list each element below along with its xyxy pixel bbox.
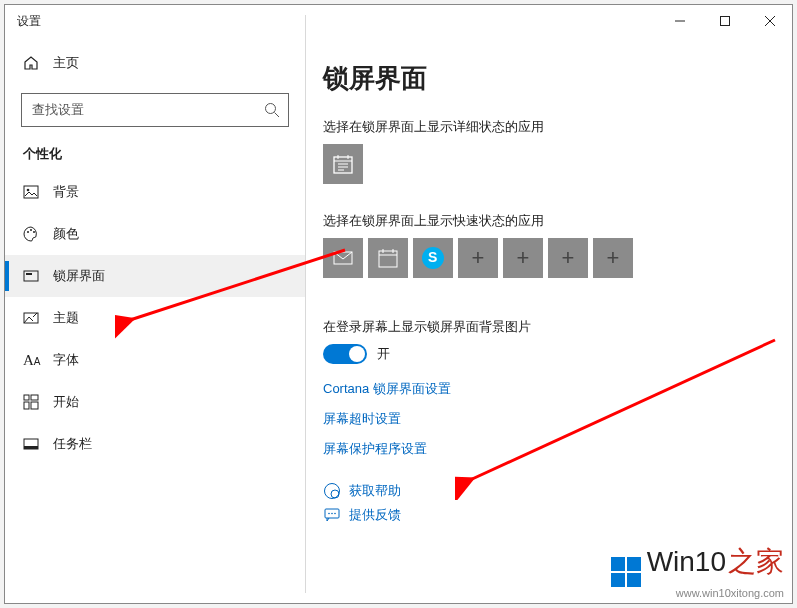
svg-rect-28 <box>379 251 397 267</box>
sidebar-item-fonts[interactable]: AA 字体 <box>5 339 305 381</box>
home-label: 主页 <box>53 54 79 72</box>
feedback-label: 提供反馈 <box>349 506 401 524</box>
content-area: 锁屏界面 选择在锁屏界面上显示详细状态的应用 选择在锁屏界面上显示快速状态的应用 <box>305 37 792 603</box>
plus-icon: + <box>517 245 530 271</box>
sidebar: 主页 查找设置 个性化 背景 颜色 锁屏界面 主题 <box>5 37 305 603</box>
quick-app-add-4[interactable]: + <box>593 238 633 278</box>
plus-icon: + <box>607 245 620 271</box>
link-screensaver-settings[interactable]: 屏幕保护程序设置 <box>323 440 780 458</box>
minimize-button[interactable] <box>657 5 702 37</box>
watermark-url: www.win10xitong.com <box>611 587 784 599</box>
calendar-icon <box>377 247 399 269</box>
detailed-status-label: 选择在锁屏界面上显示详细状态的应用 <box>323 118 780 136</box>
search-placeholder: 查找设置 <box>32 101 84 119</box>
lockscreen-icon <box>23 268 39 284</box>
plus-icon: + <box>562 245 575 271</box>
svg-point-37 <box>334 513 336 515</box>
watermark: Win10之家 www.win10xitong.com <box>611 543 784 599</box>
svg-rect-11 <box>24 271 38 281</box>
quick-app-mail[interactable] <box>323 238 363 278</box>
start-icon <box>23 394 39 410</box>
svg-rect-19 <box>24 446 38 449</box>
home-button[interactable]: 主页 <box>5 45 305 81</box>
signin-bg-toggle-row: 开 <box>323 344 780 364</box>
sidebar-item-background[interactable]: 背景 <box>5 171 305 213</box>
sidebar-item-label: 开始 <box>53 393 79 411</box>
svg-line-5 <box>275 113 280 118</box>
sidebar-item-colors[interactable]: 颜色 <box>5 213 305 255</box>
link-screen-timeout[interactable]: 屏幕超时设置 <box>323 410 780 428</box>
page-title: 锁屏界面 <box>323 61 780 96</box>
detailed-status-row <box>323 144 780 184</box>
sidebar-item-label: 主题 <box>53 309 79 327</box>
svg-point-33 <box>331 490 339 498</box>
window-controls <box>657 5 792 37</box>
home-icon <box>23 55 39 71</box>
svg-rect-16 <box>24 402 29 409</box>
quick-app-add-1[interactable]: + <box>458 238 498 278</box>
search-input[interactable]: 查找设置 <box>21 93 289 127</box>
sidebar-item-label: 颜色 <box>53 225 79 243</box>
title-bar: 设置 <box>5 5 792 37</box>
search-icon <box>264 102 280 118</box>
calendar-icon <box>332 153 354 175</box>
svg-point-36 <box>331 513 333 515</box>
sidebar-item-start[interactable]: 开始 <box>5 381 305 423</box>
quick-app-skype[interactable] <box>413 238 453 278</box>
divider <box>305 15 306 593</box>
image-icon <box>23 184 39 200</box>
feedback-icon <box>323 506 341 524</box>
sidebar-item-label: 背景 <box>53 183 79 201</box>
svg-rect-12 <box>26 273 32 275</box>
sidebar-item-label: 锁屏界面 <box>53 267 105 285</box>
quick-app-add-2[interactable]: + <box>503 238 543 278</box>
svg-point-7 <box>27 189 30 192</box>
quick-status-row: + + + + <box>323 238 780 278</box>
fonts-icon: AA <box>23 352 39 369</box>
window-body: 主页 查找设置 个性化 背景 颜色 锁屏界面 主题 <box>5 37 792 603</box>
sidebar-item-label: 任务栏 <box>53 435 92 453</box>
svg-rect-1 <box>720 17 729 26</box>
quick-app-calendar[interactable] <box>368 238 408 278</box>
plus-icon: + <box>472 245 485 271</box>
give-feedback-link[interactable]: 提供反馈 <box>323 506 780 524</box>
sidebar-item-lockscreen[interactable]: 锁屏界面 <box>5 255 305 297</box>
sidebar-item-themes[interactable]: 主题 <box>5 297 305 339</box>
get-help-link[interactable]: 获取帮助 <box>323 482 780 500</box>
watermark-brand-suffix: 之家 <box>728 543 784 581</box>
svg-rect-6 <box>24 186 38 198</box>
toggle-state-label: 开 <box>377 345 390 363</box>
sidebar-item-taskbar[interactable]: 任务栏 <box>5 423 305 465</box>
window-title: 设置 <box>5 13 41 30</box>
palette-icon <box>23 226 39 242</box>
svg-rect-15 <box>31 395 38 400</box>
svg-point-8 <box>27 231 29 233</box>
taskbar-icon <box>23 436 39 452</box>
windows-logo-icon <box>611 557 641 587</box>
skype-icon <box>422 247 444 269</box>
settings-window: 设置 主页 查找设置 个性化 背景 颜色 <box>4 4 793 604</box>
detailed-app-tile[interactable] <box>323 144 363 184</box>
quick-status-label: 选择在锁屏界面上显示快速状态的应用 <box>323 212 780 230</box>
maximize-button[interactable] <box>702 5 747 37</box>
svg-point-9 <box>30 229 32 231</box>
svg-point-4 <box>266 104 276 114</box>
mail-icon <box>332 247 354 269</box>
sidebar-item-label: 字体 <box>53 351 79 369</box>
svg-point-10 <box>33 231 35 233</box>
help-label: 获取帮助 <box>349 482 401 500</box>
signin-bg-label: 在登录屏幕上显示锁屏界面背景图片 <box>323 318 780 336</box>
themes-icon <box>23 310 39 326</box>
svg-rect-14 <box>24 395 29 400</box>
quick-app-add-3[interactable]: + <box>548 238 588 278</box>
close-button[interactable] <box>747 5 792 37</box>
svg-rect-17 <box>31 402 38 409</box>
section-title: 个性化 <box>5 141 305 171</box>
link-cortana-lockscreen[interactable]: Cortana 锁屏界面设置 <box>323 380 780 398</box>
svg-point-35 <box>328 513 330 515</box>
signin-bg-toggle[interactable] <box>323 344 367 364</box>
watermark-brand: Win10 <box>647 546 726 578</box>
help-icon <box>323 482 341 500</box>
svg-rect-20 <box>334 157 352 173</box>
